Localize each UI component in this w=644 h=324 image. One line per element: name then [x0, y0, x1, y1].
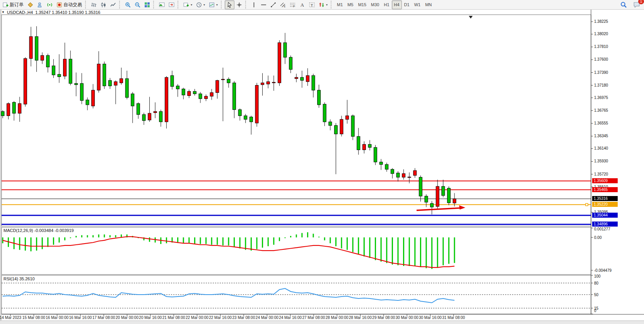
mt4-window: 新订单自动交易▾▾▾EFAT▾M1M5M15M30H1H4D1W1MN1 ▼ U… — [0, 0, 644, 324]
price-axis-tick: 1.37600 — [594, 57, 608, 61]
time-axis-label: 20 Mar 16:00 — [139, 315, 162, 320]
time-axis-label: 22 Mar 00:00 — [186, 315, 208, 320]
time-axis-label: 27 Mar 08:00 — [302, 315, 325, 320]
time-axis-label: 16 Mar 16:00 — [69, 315, 92, 320]
price-axis-tick: 1.37180 — [594, 83, 608, 87]
time-axis-label: 15 Mar 08:00 — [22, 315, 45, 320]
candlestick-series — [1, 26, 456, 215]
arrow-head-icon — [459, 205, 465, 210]
price-axis-tick: 1.36765 — [594, 108, 608, 113]
macd-pane-border — [2, 227, 591, 275]
price-axis-tick: 1.38225 — [594, 19, 608, 24]
macd-indicator — [3, 232, 454, 269]
price-axis-tick: 1.35720 — [594, 172, 608, 176]
time-axis-label: 29 Mar 08:00 — [372, 315, 395, 320]
price-axis-tick: 1.38020 — [594, 32, 608, 36]
time-axis-label: 31 Mar 08:00 — [442, 315, 465, 320]
chart-shift-marker[interactable] — [469, 16, 473, 19]
rsi-indicator-label: RSI(14) 35.2610 — [3, 276, 35, 281]
time-axis-label: 30 Mar 00:00 — [396, 315, 419, 320]
rsi-axis-tick: 50 — [594, 293, 598, 297]
horizontal-lines[interactable] — [2, 181, 591, 224]
price-pane-border — [2, 15, 591, 226]
bid-price-label: 1.35316 — [592, 196, 618, 201]
macd-axis-tick: 0.001277 — [594, 227, 610, 231]
time-axis-label: 30 Mar 16:00 — [419, 315, 442, 320]
time-axis-label: 28 Mar 00:00 — [326, 315, 348, 320]
hline-handle[interactable] — [586, 203, 588, 206]
price-axis-tick: 1.35930 — [594, 159, 608, 163]
time-axis-label: 14 Mar 2023 — [0, 315, 21, 320]
rsi-line — [3, 288, 454, 303]
rsi-indicator — [2, 283, 591, 308]
time-axis-label: 16 Mar 00:00 — [46, 315, 68, 320]
price-axis-tick: 1.36140 — [594, 146, 608, 150]
resistance-line-label: 1.35465 — [592, 187, 618, 192]
price-axis-tick: 1.36555 — [594, 121, 608, 125]
time-axis-label: 20 Mar 00:00 — [116, 315, 138, 320]
time-axis-label: 24 Mar 00:00 — [256, 315, 278, 320]
time-axis-label: 23 Mar 08:00 — [232, 315, 255, 320]
time-axis-label: 22 Mar 16:00 — [209, 315, 232, 320]
support-line-label: 1.34896 — [592, 222, 618, 227]
price-axis-tick: 1.37390 — [594, 70, 608, 75]
support-line-label: 1.35044 — [592, 213, 618, 218]
price-axis-tick: 1.36345 — [594, 134, 608, 138]
price-axis-tick: 1.36975 — [594, 95, 608, 100]
price-axis-tick: 1.37810 — [594, 44, 608, 49]
macd-axis-tick: 0.00 — [594, 235, 601, 240]
orange-line-label: 1.35220 — [592, 202, 618, 207]
time-axis-label: 17 Mar 08:00 — [92, 315, 115, 320]
time-axis-label: 21 Mar 08:00 — [162, 315, 185, 320]
time-axis-label: 28 Mar 16:00 — [349, 315, 372, 320]
status-strip — [0, 321, 644, 324]
macd-axis-tick: -0.004479 — [594, 268, 612, 273]
rsi-axis-tick: 0 — [594, 309, 596, 313]
time-axis-label: 24 Mar 16:00 — [279, 315, 302, 320]
resistance-line-label: 1.35609 — [592, 178, 618, 183]
chart-canvas[interactable] — [0, 0, 644, 324]
rsi-axis-tick: 100 — [594, 274, 601, 278]
trend-arrow-annotation[interactable] — [417, 205, 465, 210]
macd-indicator-label: MACD(12,26,9) -0.003484 -0.003919 — [3, 228, 74, 233]
rsi-axis-tick: 80 — [594, 281, 598, 285]
